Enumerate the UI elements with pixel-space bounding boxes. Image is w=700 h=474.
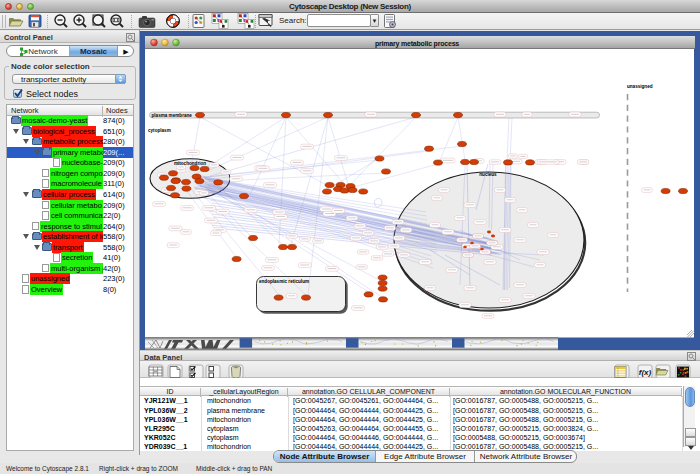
svg-text:unassigned: unassigned	[627, 84, 653, 89]
svg-text:primary metabolic process: primary metabolic process	[375, 40, 459, 48]
svg-text:plasma membrane: plasma membrane	[152, 113, 193, 118]
svg-text:nucleus: nucleus	[479, 172, 497, 177]
svg-text:f(x): f(x)	[639, 368, 652, 377]
svg-text:cytoplasm: cytoplasm	[148, 128, 171, 133]
svg-text:endoplasmic reticulum: endoplasmic reticulum	[259, 279, 309, 284]
svg-text:mitochondrion: mitochondrion	[174, 161, 206, 166]
